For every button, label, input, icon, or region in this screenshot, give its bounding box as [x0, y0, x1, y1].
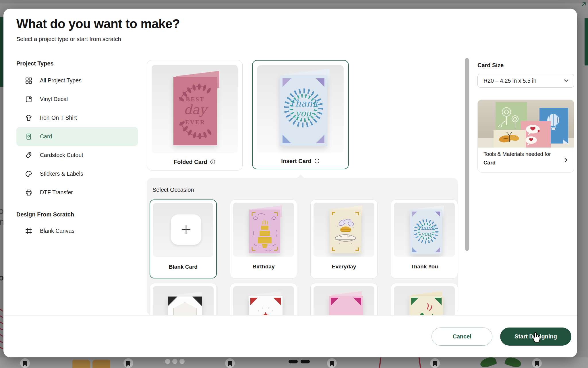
- insert-card-image: Thank you: [257, 65, 344, 153]
- sidebar-item-cardstock-cutout[interactable]: Cardstock Cutout: [16, 146, 138, 164]
- modal-subtitle: Select a project type or start from scra…: [16, 36, 121, 42]
- occasion-tile-blank-card[interactable]: Blank Card: [150, 200, 217, 278]
- dimmed-page-top: [0, 0, 588, 3]
- hero-banner-left-edge: [0, 17, 3, 87]
- folded-card-label: Folded Card: [174, 159, 207, 165]
- bookmark-icon: [228, 361, 232, 367]
- insert-card-art-line2: you: [280, 108, 327, 118]
- bookmark-icon: [535, 361, 539, 367]
- info-icon[interactable]: [210, 159, 216, 165]
- design-from-scratch-heading: Design From Scratch: [16, 211, 74, 218]
- dimmed-text-fragments: o ni o: [0, 206, 3, 298]
- occasion-tile-everyday[interactable]: Everyday: [310, 200, 378, 278]
- thank-you-image: Thank you: [394, 203, 455, 257]
- sidebar-item-label: All Project Types: [40, 77, 82, 84]
- folded-card-tile[interactable]: BEST day EVER Folded Card: [147, 60, 243, 171]
- sidebar-item-dtf-transfer[interactable]: DTF Transfer: [16, 183, 138, 202]
- occasion-tile-partial-3[interactable]: [310, 283, 378, 315]
- info-icon[interactable]: [314, 158, 320, 164]
- insert-card-art-line1: Thank: [280, 98, 327, 109]
- insert-card-label-row: Insert Card: [253, 155, 348, 167]
- occasion-tile-partial-1[interactable]: [150, 283, 217, 315]
- external-link-arrow-icon: [581, 1, 587, 7]
- select-occasion-panel: Select Occasion Blank Card: [147, 178, 458, 315]
- blank-card-label: Blank Card: [150, 259, 216, 275]
- sticker-icon: [25, 170, 32, 178]
- tools-materials-card[interactable]: Tools & Materials needed for Card: [477, 100, 574, 173]
- sidebar-item-label: Iron-On T-Shirt: [40, 115, 77, 121]
- sidebar-item-label: Vinyl Decal: [40, 96, 68, 102]
- everyday-label: Everyday: [311, 259, 377, 275]
- occasion-tile-partial-2[interactable]: [230, 283, 297, 315]
- modal-title: What do you want to make?: [16, 17, 180, 31]
- vinyl-decal-icon: [25, 96, 32, 103]
- content-scrollbar[interactable]: [465, 58, 469, 251]
- sidebar-item-label: DTF Transfer: [40, 189, 73, 196]
- bookmark-icon: [330, 361, 334, 367]
- card-size-heading: Card Size: [477, 62, 504, 69]
- sidebar-item-blank-canvas[interactable]: Blank Canvas: [16, 222, 138, 240]
- bookmark-icon: [433, 361, 437, 367]
- project-type-modal: What do you want to make? Select a proje…: [3, 9, 577, 357]
- project-types-list: All Project Types Vinyl Decal Iron-On T-…: [16, 71, 138, 202]
- tools-materials-line2: Card: [483, 160, 496, 166]
- folded-card-label-row: Folded Card: [147, 156, 242, 168]
- bookmark-icon: [126, 361, 130, 367]
- sidebar-item-label: Card: [40, 133, 52, 140]
- thank-you-art-line2: you: [410, 231, 442, 237]
- sidebar-item-vinyl-decal[interactable]: Vinyl Decal: [16, 90, 138, 109]
- thank-you-label: Thank You: [391, 259, 458, 275]
- everyday-image: [314, 203, 374, 257]
- occasion-tile-thank-you[interactable]: Thank you Thank You: [391, 200, 458, 278]
- birthday-label: Birthday: [230, 259, 297, 275]
- all-project-types-icon: [25, 77, 32, 84]
- sidebar-item-all-project-types[interactable]: All Project Types: [16, 71, 138, 90]
- sidebar-item-label: Stickers & Labels: [40, 171, 83, 177]
- thank-you-art-line1: Thank: [410, 224, 442, 231]
- occasion-tile-partial-4[interactable]: [391, 283, 458, 315]
- insert-card-label: Insert Card: [281, 158, 312, 164]
- select-occasion-heading: Select Occasion: [152, 187, 194, 193]
- card-size-value: R20 – 4.25 in x 5.5 in: [483, 78, 564, 84]
- screen: o ni o What do you want to mak: [0, 0, 588, 368]
- sidebar-item-iron-on-tshirt[interactable]: Iron-On T-Shirt: [16, 109, 138, 127]
- folded-card-art-line3: EVER: [173, 119, 217, 126]
- cursor-hand-icon: [531, 331, 543, 343]
- plus-icon: [180, 224, 192, 235]
- tag-icon: [25, 152, 32, 159]
- dimmed-projects-row: [0, 357, 588, 368]
- chevron-right-icon: [563, 157, 569, 163]
- bookmark-icon: [23, 361, 27, 367]
- occasion-tile-birthday[interactable]: Birthday: [230, 200, 297, 278]
- printer-icon: [25, 189, 32, 196]
- folded-card-art-line2: day: [173, 102, 217, 117]
- hero-banner-right-edge: [585, 18, 588, 65]
- card-size-dropdown[interactable]: R20 – 4.25 in x 5.5 in: [477, 74, 574, 88]
- card-icon: [25, 133, 32, 140]
- folded-card-image: BEST day EVER: [152, 65, 238, 153]
- cancel-button[interactable]: Cancel: [432, 328, 492, 346]
- design-from-scratch-list: Blank Canvas: [16, 222, 138, 240]
- sidebar-item-label: Blank Canvas: [40, 228, 74, 234]
- modal-footer: Cancel Start Designing: [3, 315, 577, 357]
- blank-card-image: [153, 203, 213, 257]
- sidebar-item-card[interactable]: Card: [16, 127, 138, 146]
- tools-materials-image: [478, 100, 574, 148]
- sidebar-item-label: Cardstock Cutout: [40, 152, 83, 158]
- project-types-heading: Project Types: [16, 60, 54, 67]
- insert-card-tile[interactable]: Thank you Insert Card: [252, 60, 349, 169]
- birthday-image: [233, 203, 294, 257]
- sidebar-item-stickers-labels[interactable]: Stickers & Labels: [16, 164, 138, 183]
- blank-canvas-icon: [25, 227, 32, 235]
- tshirt-icon: [25, 114, 32, 122]
- chevron-down-icon: [564, 78, 569, 83]
- tools-materials-line1: Tools & Materials needed for: [483, 151, 551, 157]
